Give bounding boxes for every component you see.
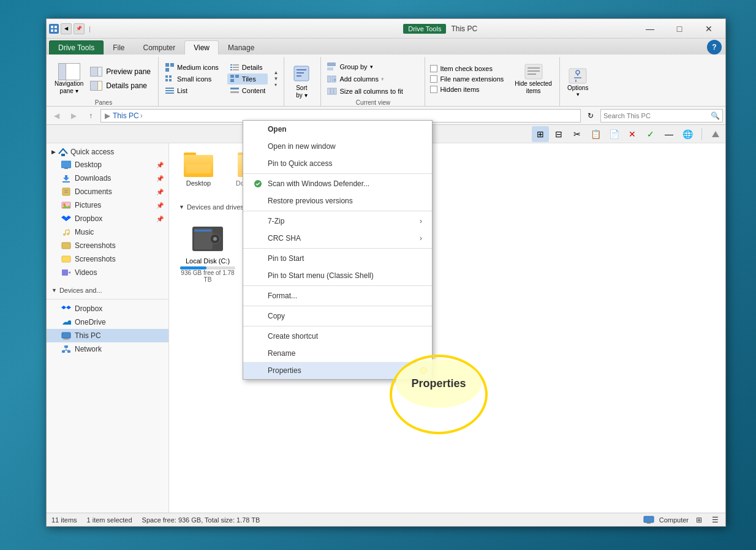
size-all-columns-button[interactable]: Size all columns to fit <box>325 86 405 97</box>
sidebar-item-dropbox[interactable]: Dropbox <box>47 302 168 315</box>
help-button[interactable]: ? <box>707 40 722 55</box>
view-medium-icon-btn[interactable]: ⊟ <box>550 126 567 142</box>
sort-by-label: Sortby ▾ <box>296 85 307 99</box>
svg-rect-4 <box>165 63 169 67</box>
status-view-large[interactable]: ⊞ <box>694 515 705 525</box>
scroll-up-icon[interactable] <box>711 129 720 139</box>
ribbon-options-group: Options ▾ <box>560 57 597 106</box>
sidebar-item-network[interactable]: Network <box>47 342 168 356</box>
devices-label: Devices and... <box>59 287 102 294</box>
sidebar-item-thispc[interactable]: This PC <box>47 329 168 342</box>
group-by-button[interactable]: Group by ▾ <box>325 61 405 72</box>
search-box[interactable]: 🔍 <box>600 109 723 122</box>
devices-section-header[interactable]: ▼ Devices and... <box>47 284 168 296</box>
rename-btn[interactable]: — <box>660 126 678 142</box>
music-label: Music <box>75 228 94 236</box>
sidebar-item-screenshots1[interactable]: Screenshots <box>47 239 168 252</box>
ctx-format[interactable]: Format... <box>243 287 432 304</box>
quick-access-header[interactable]: ▶ Quick access <box>47 146 168 158</box>
quick-access-back-btn[interactable]: ◀ <box>61 23 72 34</box>
window-controls: — □ ✕ <box>636 19 723 39</box>
layout-scroll-expand[interactable]: ▾ <box>271 82 280 88</box>
sort-by-button[interactable]: Sortby ▾ <box>288 62 315 102</box>
current-view-content: Group by ▾ + Add columns ▾ Size all colu… <box>325 59 421 98</box>
svg-rect-61 <box>62 243 70 249</box>
file-extensions-toggle[interactable]: File name extensions <box>429 75 505 83</box>
content-button[interactable]: Content <box>227 85 268 96</box>
ctx-create-shortcut[interactable]: Create shortcut <box>243 328 432 345</box>
add-columns-button[interactable]: + Add columns ▾ <box>325 73 405 85</box>
ctx-7zip[interactable]: 7-Zip › <box>243 213 432 230</box>
tiles-button[interactable]: Tiles <box>227 73 268 85</box>
sidebar-item-onedrive[interactable]: OneDrive <box>47 315 168 329</box>
network-btn[interactable]: 🌐 <box>679 126 696 142</box>
desktop-label: Desktop <box>75 160 102 169</box>
sidebar-item-music[interactable]: Music <box>47 225 168 239</box>
tab-drive-tools[interactable]: Drive Tools <box>49 40 104 55</box>
ctx-crc-sha[interactable]: CRC SHA › <box>243 230 432 247</box>
tab-computer[interactable]: Computer <box>134 40 184 55</box>
sidebar-item-screenshots2[interactable]: Screenshots <box>47 252 168 266</box>
search-input[interactable] <box>603 112 708 119</box>
address-breadcrumb-thispc[interactable]: This PC <box>113 111 139 120</box>
back-button[interactable]: ◀ <box>49 108 64 123</box>
ctx-sep6 <box>243 326 432 326</box>
ribbon: Drive Tools File Computer View Manage ? … <box>47 39 725 107</box>
ctx-pin-start-menu[interactable]: Pin to Start menu (Classic Shell) <box>243 267 432 284</box>
sidebar-item-desktop[interactable]: Desktop 📌 <box>47 158 168 171</box>
file-item-desktop[interactable]: Desktop <box>174 148 223 191</box>
tab-file[interactable]: File <box>104 40 134 55</box>
up-button[interactable]: ↑ <box>83 108 98 123</box>
status-view-small[interactable]: ☰ <box>709 515 720 525</box>
item-checkboxes-toggle[interactable]: Item check boxes <box>429 64 505 73</box>
details-button[interactable]: Details <box>227 62 268 73</box>
ctx-scan-defender[interactable]: Scan with Windows Defender... <box>243 175 432 192</box>
cloud-section: Dropbox OneDrive This PC <box>47 299 168 358</box>
svg-rect-1 <box>55 26 57 28</box>
sidebar-item-downloads[interactable]: Downloads 📌 <box>47 171 168 185</box>
item-checkboxes-box <box>430 65 437 72</box>
maximize-button[interactable]: □ <box>665 19 694 39</box>
options-button[interactable]: Options ▾ <box>564 65 592 100</box>
paste-btn[interactable]: 📄 <box>605 126 622 142</box>
device-hdd[interactable]: Local Disk (C:) 936 GB free of 1.78 TB <box>174 218 241 287</box>
view-large-icon-btn[interactable]: ⊞ <box>532 126 549 142</box>
details-pane-button[interactable]: Details pane <box>86 80 154 92</box>
preview-pane-button[interactable]: Preview pane <box>86 66 154 78</box>
quick-access-pin-btn[interactable]: 📌 <box>74 23 85 34</box>
ctx-properties[interactable]: Properties <box>243 362 432 379</box>
ctx-open[interactable]: Open <box>243 121 432 138</box>
layout-scroll-up[interactable]: ▲ <box>271 70 280 76</box>
hidden-items-toggle[interactable]: Hidden items <box>429 85 505 94</box>
forward-button[interactable]: ▶ <box>66 108 81 123</box>
copy-btn[interactable]: 📋 <box>587 126 604 142</box>
ctx-restore-versions[interactable]: Restore previous versions <box>243 192 432 209</box>
svg-marker-46 <box>712 131 719 137</box>
medium-icons-button[interactable]: Medium icons <box>162 62 221 73</box>
sidebar-item-documents[interactable]: Documents 📌 <box>47 185 168 198</box>
ctx-pin-start[interactable]: Pin to Start <box>243 250 432 267</box>
check-btn[interactable]: ✓ <box>642 126 659 142</box>
tab-manage[interactable]: Manage <box>219 40 263 55</box>
cut-btn[interactable]: ✂ <box>569 126 586 142</box>
tab-view[interactable]: View <box>184 40 219 55</box>
sidebar-item-videos[interactable]: Videos <box>47 266 168 279</box>
close-button[interactable]: ✕ <box>695 19 723 39</box>
sidebar-item-pictures[interactable]: Pictures 📌 <box>47 198 168 212</box>
list-button[interactable]: List <box>162 85 221 96</box>
sidebar-item-dropbox-quick[interactable]: Dropbox 📌 <box>47 212 168 225</box>
minimize-button[interactable]: — <box>636 19 664 39</box>
layout-scroll-down[interactable]: ▼ <box>271 76 280 82</box>
svg-rect-68 <box>64 345 68 348</box>
ctx-pin-start-menu-left: Pin to Start menu (Classic Shell) <box>253 271 374 281</box>
ctx-copy[interactable]: Copy <box>243 307 432 325</box>
hide-selected-items-button[interactable]: Hide selecteditems <box>511 61 556 97</box>
navigation-pane-button[interactable]: Navigationpane ▾ <box>53 61 85 97</box>
refresh-button[interactable]: ↻ <box>583 108 598 123</box>
delete-btn[interactable]: ✕ <box>624 126 641 142</box>
ctx-pin-quick-access[interactable]: Pin to Quick access <box>243 155 432 172</box>
svg-rect-82 <box>647 522 651 524</box>
small-icons-button[interactable]: Small icons <box>162 73 221 85</box>
ctx-rename[interactable]: Rename <box>243 345 432 362</box>
ctx-open-new-window[interactable]: Open in new window <box>243 138 432 155</box>
